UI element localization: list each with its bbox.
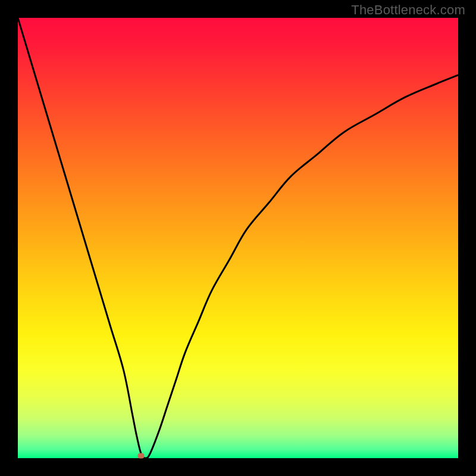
bottleneck-curve-path xyxy=(18,18,458,458)
curve-layer xyxy=(18,18,458,458)
chart-frame: TheBottleneck.com xyxy=(0,0,476,476)
watermark-text: TheBottleneck.com xyxy=(351,2,465,18)
plot-area xyxy=(18,18,458,458)
minimum-marker xyxy=(138,453,145,459)
